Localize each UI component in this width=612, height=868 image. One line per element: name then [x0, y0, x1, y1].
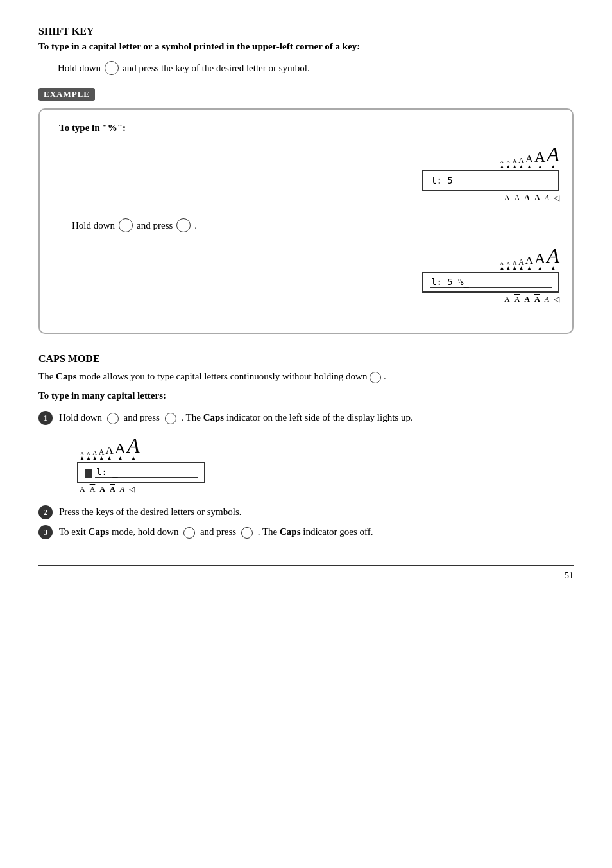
example-badge: EXAMPLE — [38, 88, 95, 101]
bottom-letters-2: A A A A A ◁ — [502, 295, 559, 304]
step3-mid: mode, hold down — [109, 526, 178, 537]
bullet-2: 2 — [38, 505, 53, 519]
bullet-1: 1 — [38, 411, 53, 425]
step-2-text: Press the keys of the desired letters or… — [59, 505, 574, 519]
caps-indicator-block — [85, 469, 92, 478]
caps-word-1: Caps — [56, 371, 77, 381]
caps-step-2: 2 Press the keys of the desired letters … — [38, 505, 574, 519]
caps-desc-circle — [370, 372, 381, 383]
step3-caps-word2: Caps — [280, 526, 301, 537]
step3-pre: To exit — [59, 526, 89, 537]
caps-display-line: l: _ — [95, 467, 198, 478]
and-press-text: and press the key of the desired letter … — [123, 63, 310, 74]
bullet-3: 3 — [38, 525, 53, 539]
step1-circle-1 — [107, 413, 119, 424]
step1-caps-word: Caps — [203, 412, 225, 422]
caps-desc-post: mode allows you to type capital letters … — [77, 371, 368, 381]
example-hold-down-text: Hold down — [72, 220, 115, 231]
example-period: . — [194, 220, 197, 231]
step-1-text: Hold down and press . The Caps indicator… — [59, 410, 574, 425]
caps-mode-section: CAPS MODE The Caps mode allows you to ty… — [38, 353, 574, 539]
caps-bottom-letters: A A A A A ◁ — [77, 485, 574, 494]
example-key-circle — [176, 218, 191, 232]
step3-mid2: and press — [200, 526, 236, 537]
caps-display-screen: l: _ — [77, 462, 205, 483]
step3-post-pre: . The — [258, 526, 280, 537]
display-panel-1: A▲ A▲ A▲ A▲ A▲ A▲ A▲ l: 5 _ A A A A A — [422, 144, 559, 203]
display-line-2: l: 5 %_ — [430, 277, 552, 288]
step3-circle-1 — [183, 527, 195, 539]
bottom-letters-1: A A A A A ◁ — [502, 193, 559, 203]
caps-display-container: A▲ A▲ A▲ A▲ A▲ A▲ A▲ l: _ A A A A A ◁ — [77, 435, 574, 494]
step3-post-suf: indicator goes off. — [301, 526, 373, 537]
caps-desc-period: . — [384, 371, 386, 381]
shift-key-title: SHIFT KEY — [38, 26, 574, 37]
caps-mode-subtitle: To type in many capital letters: — [38, 390, 574, 401]
example-shift-circle — [119, 218, 133, 232]
example-and-press-text: and press — [137, 220, 173, 231]
step1-hold-down: Hold down — [59, 412, 102, 422]
step3-circle-2 — [241, 527, 253, 539]
caps-desc-pre: The — [38, 371, 56, 381]
step3-caps-word: Caps — [89, 526, 110, 537]
step1-post-suf: indicator on the left side of the displa… — [224, 412, 413, 422]
step-3-text: To exit Caps mode, hold down and press .… — [59, 525, 574, 539]
display-screen-1: l: 5 _ — [422, 170, 559, 191]
caps-mode-description: The Caps mode allows you to type capital… — [38, 369, 574, 384]
shift-key-circle — [105, 61, 119, 75]
example-box: To type in "%": A▲ A▲ A▲ A▲ A▲ A▲ A▲ l: … — [38, 108, 574, 334]
display-line-1: l: 5 _ — [430, 175, 552, 186]
shift-key-section: SHIFT KEY To type in a capital letter or… — [38, 26, 574, 75]
example-row-2: A▲ A▲ A▲ A▲ A▲ A▲ A▲ l: 5 %_ A A A A A — [53, 245, 559, 304]
caps-step-3: 3 To exit Caps mode, hold down and press… — [38, 525, 574, 539]
hold-down-text: Hold down — [58, 63, 101, 74]
footer-divider — [38, 565, 574, 566]
example-inner-title: To type in "%": — [59, 123, 559, 134]
step1-post-pre: . The — [181, 412, 203, 422]
example-hold-down-row: Hold down and press . — [72, 218, 559, 232]
example-row-1: A▲ A▲ A▲ A▲ A▲ A▲ A▲ l: 5 _ A A A A A — [53, 144, 559, 203]
caps-mode-title: CAPS MODE — [38, 353, 574, 365]
display-screen-2: l: 5 %_ — [422, 272, 559, 293]
shift-key-subtitle: To type in a capital letter or a symbol … — [38, 41, 574, 52]
step1-and-press: and press — [124, 412, 160, 422]
step1-circle-2 — [165, 413, 176, 424]
caps-step-1: 1 Hold down and press . The Caps indicat… — [38, 410, 574, 425]
example-section: EXAMPLE To type in "%": A▲ A▲ A▲ A▲ A▲ A… — [38, 88, 574, 334]
display-panel-2: A▲ A▲ A▲ A▲ A▲ A▲ A▲ l: 5 %_ A A A A A — [422, 245, 559, 304]
page-footer: 51 — [38, 571, 574, 581]
page-number: 51 — [565, 571, 574, 581]
shift-key-instruction: Hold down and press the key of the desir… — [58, 61, 574, 75]
